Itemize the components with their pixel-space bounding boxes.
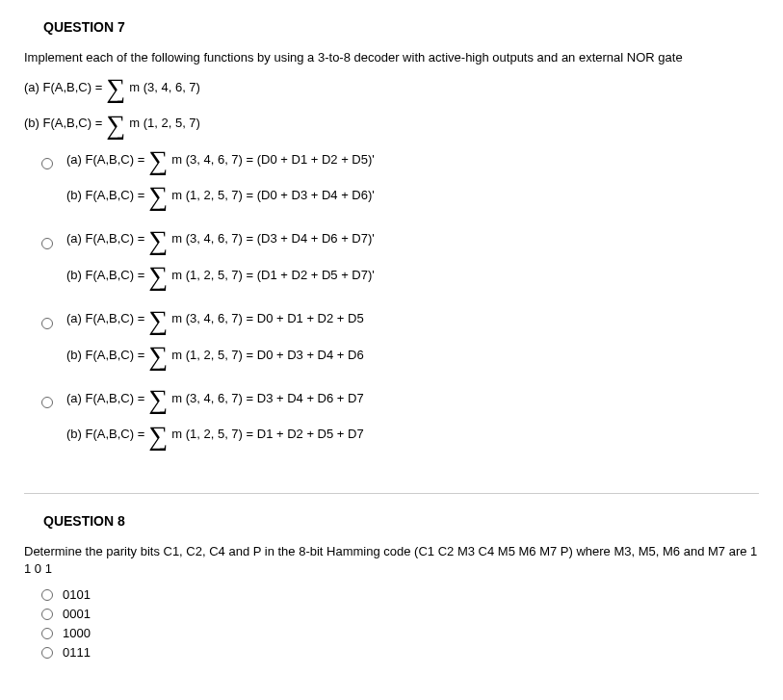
q8-option-3-label: 1000 [63, 626, 91, 640]
opt-b-pre: (b) F(A,B,C) = [66, 268, 144, 282]
q8-option-1[interactable]: 0101 [41, 587, 759, 602]
radio-icon[interactable] [41, 238, 53, 249]
radio-icon[interactable] [41, 647, 53, 659]
stem-a-post: m (3, 4, 6, 7) [129, 80, 200, 94]
q7-option-4-content: (a) F(A,B,C) = ∑ m (3, 4, 6, 7) = D3 + D… [66, 387, 759, 459]
opt-a-pre: (a) F(A,B,C) = [66, 231, 144, 246]
sigma-icon: ∑ [148, 150, 168, 171]
q7-stem-a: (a) F(A,B,C) = ∑ m (3, 4, 6, 7) [24, 76, 759, 97]
opt-b-post: m (1, 2, 5, 7) = (D1 + D2 + D5 + D7)' [171, 268, 375, 282]
opt-a-pre: (a) F(A,B,C) = [66, 152, 144, 167]
stem-b-pre: (b) F(A,B,C) = [24, 116, 102, 130]
sigma-icon: ∑ [148, 346, 168, 367]
sigma-icon: ∑ [148, 266, 168, 287]
sigma-icon: ∑ [148, 230, 168, 251]
opt-a-post: m (3, 4, 6, 7) = (D3 + D4 + D6 + D7)' [171, 231, 375, 246]
radio-icon[interactable] [41, 609, 53, 620]
opt-a-post: m (3, 4, 6, 7) = (D0 + D1 + D2 + D5)' [171, 152, 375, 167]
sigma-icon: ∑ [106, 78, 125, 99]
radio-icon[interactable] [41, 158, 53, 169]
opt-b-pre: (b) F(A,B,C) = [66, 427, 144, 441]
sigma-icon: ∑ [106, 115, 125, 136]
question-8: QUESTION 8 Determine the parity bits C1,… [24, 513, 759, 660]
sigma-icon: ∑ [148, 310, 168, 331]
q7-option-2[interactable]: (a) F(A,B,C) = ∑ m (3, 4, 6, 7) = (D3 + … [24, 228, 759, 300]
q8-option-4-label: 0111 [63, 645, 91, 660]
opt-a-post: m (3, 4, 6, 7) = D0 + D1 + D2 + D5 [171, 311, 363, 325]
opt-b-post: m (1, 2, 5, 7) = D1 + D2 + D5 + D7 [171, 427, 363, 441]
radio-icon[interactable] [41, 589, 53, 601]
stem-b-post: m (1, 2, 5, 7) [129, 116, 200, 130]
question-8-prompt: Determine the parity bits C1, C2, C4 and… [24, 543, 759, 578]
sigma-icon: ∑ [148, 426, 168, 447]
question-7: QUESTION 7 Implement each of the followi… [24, 19, 759, 459]
q8-option-1-label: 0101 [63, 587, 91, 602]
q7-option-3-content: (a) F(A,B,C) = ∑ m (3, 4, 6, 7) = D0 + D… [66, 308, 759, 380]
question-7-prompt: Implement each of the following function… [24, 49, 759, 66]
divider [24, 493, 759, 494]
q7-stem-b: (b) F(A,B,C) = ∑ m (1, 2, 5, 7) [24, 113, 759, 134]
q7-option-1-content: (a) F(A,B,C) = ∑ m (3, 4, 6, 7) = (D0 + … [66, 148, 759, 220]
q7-option-3[interactable]: (a) F(A,B,C) = ∑ m (3, 4, 6, 7) = D0 + D… [24, 308, 759, 380]
stem-a-pre: (a) F(A,B,C) = [24, 80, 102, 94]
opt-a-pre: (a) F(A,B,C) = [66, 391, 144, 405]
q7-option-1[interactable]: (a) F(A,B,C) = ∑ m (3, 4, 6, 7) = (D0 + … [24, 148, 759, 220]
sigma-icon: ∑ [148, 186, 168, 207]
question-8-title: QUESTION 8 [43, 513, 759, 529]
opt-b-post: m (1, 2, 5, 7) = (D0 + D3 + D4 + D6)' [171, 188, 375, 202]
opt-b-pre: (b) F(A,B,C) = [66, 348, 144, 362]
sigma-icon: ∑ [148, 389, 168, 410]
opt-a-post: m (3, 4, 6, 7) = D3 + D4 + D6 + D7 [171, 391, 363, 405]
q8-option-2[interactable]: 0001 [41, 607, 759, 621]
q7-option-2-content: (a) F(A,B,C) = ∑ m (3, 4, 6, 7) = (D3 + … [66, 228, 759, 300]
opt-b-post: m (1, 2, 5, 7) = D0 + D3 + D4 + D6 [171, 348, 363, 362]
opt-b-pre: (b) F(A,B,C) = [66, 188, 144, 202]
q8-option-4[interactable]: 0111 [41, 645, 759, 660]
q8-option-3[interactable]: 1000 [41, 626, 759, 640]
radio-icon[interactable] [41, 397, 53, 408]
radio-icon[interactable] [41, 628, 53, 639]
q8-option-2-label: 0001 [63, 607, 91, 621]
question-7-title: QUESTION 7 [43, 19, 759, 35]
q7-option-4[interactable]: (a) F(A,B,C) = ∑ m (3, 4, 6, 7) = D3 + D… [24, 387, 759, 459]
opt-a-pre: (a) F(A,B,C) = [66, 311, 144, 325]
radio-icon[interactable] [41, 318, 53, 329]
